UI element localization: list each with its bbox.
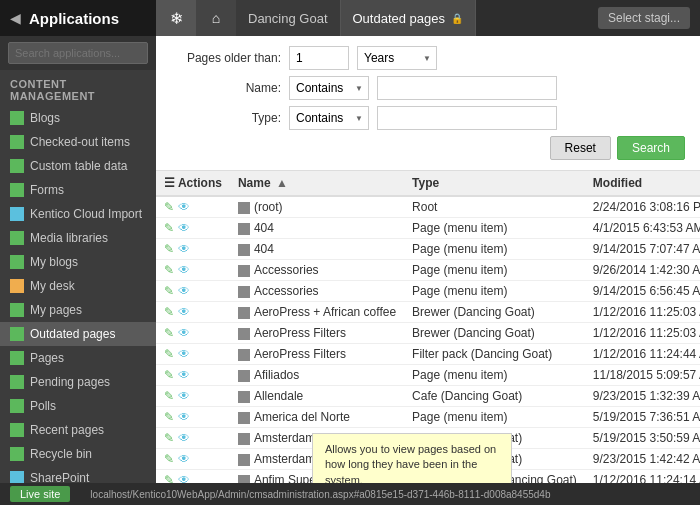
table-row: ✎ 👁 AeroPress FiltersBrewer (Dancing Goa… <box>156 323 700 344</box>
breadcrumb-outdated-pages[interactable]: Outdated pages 🔒 <box>341 0 477 36</box>
sidebar-item-media[interactable]: Media libraries <box>0 226 156 250</box>
filter-buttons: Reset Search <box>171 136 685 160</box>
select-staging-button[interactable]: Select stagi... <box>598 7 690 29</box>
row-name: Allendale <box>230 386 404 407</box>
view-icon[interactable]: 👁 <box>178 452 190 466</box>
sidebar-item-recent[interactable]: Recent pages <box>0 418 156 442</box>
view-icon[interactable]: 👁 <box>178 431 190 445</box>
view-icon[interactable]: 👁 <box>178 389 190 403</box>
type-operator-wrapper: Contains Equals Starts with <box>289 106 369 130</box>
edit-icon[interactable]: ✎ <box>164 410 174 424</box>
view-icon[interactable]: 👁 <box>178 305 190 319</box>
col-header-name[interactable]: Name ▲ <box>230 171 404 196</box>
breadcrumb-dancing-goat[interactable]: Dancing Goat <box>236 0 341 36</box>
edit-icon[interactable]: ✎ <box>164 431 174 445</box>
page-icon <box>238 370 250 382</box>
row-name: AeroPress Filters <box>230 323 404 344</box>
view-icon[interactable]: 👁 <box>178 368 190 382</box>
row-modified: 1/12/2016 11:25:03 AM <box>585 302 700 323</box>
row-modified: 5/19/2015 3:50:59 AM <box>585 428 700 449</box>
edit-icon[interactable]: ✎ <box>164 452 174 466</box>
type-operator-select[interactable]: Contains Equals Starts with <box>289 106 369 130</box>
edit-icon[interactable]: ✎ <box>164 347 174 361</box>
col-header-modified[interactable]: Modified <box>585 171 700 196</box>
row-actions: ✎ 👁 <box>156 470 230 484</box>
row-actions: ✎ 👁 <box>156 218 230 239</box>
sidebar-item-recycle[interactable]: Recycle bin <box>0 442 156 466</box>
years-select[interactable]: Years Months Days <box>357 46 437 70</box>
edit-icon[interactable]: ✎ <box>164 389 174 403</box>
row-modified: 9/14/2015 7:07:47 AM <box>585 239 700 260</box>
home-icon[interactable]: ⌂ <box>196 0 236 36</box>
row-actions: ✎ 👁 <box>156 239 230 260</box>
page-icon <box>238 475 250 483</box>
sidebar-item-blogs[interactable]: Blogs <box>0 106 156 130</box>
page-icon <box>238 307 250 319</box>
view-icon[interactable]: 👁 <box>178 410 190 424</box>
col-header-type[interactable]: Type <box>404 171 585 196</box>
row-name: AeroPress + African coffee <box>230 302 404 323</box>
search-button[interactable]: Search <box>617 136 685 160</box>
older-than-label: Pages older than: <box>171 51 281 65</box>
table-header-row: ☰ Actions Name ▲ Type Modified <box>156 171 700 196</box>
row-modified: 2/24/2016 3:08:16 PM <box>585 196 700 218</box>
edit-icon[interactable]: ✎ <box>164 263 174 277</box>
row-type: Page (menu item) <box>404 239 585 260</box>
sidebar-item-my-desk[interactable]: My desk <box>0 274 156 298</box>
older-than-input[interactable] <box>289 46 349 70</box>
sidebar-item-outdated-pages[interactable]: Outdated pages <box>0 322 156 346</box>
edit-icon[interactable]: ✎ <box>164 284 174 298</box>
edit-icon[interactable]: ✎ <box>164 221 174 235</box>
sidebar: Content management Blogs Checked-out ite… <box>0 36 156 483</box>
page-icon <box>238 202 250 214</box>
view-icon[interactable]: 👁 <box>178 263 190 277</box>
row-actions: ✎ 👁 <box>156 365 230 386</box>
row-actions: ✎ 👁 <box>156 449 230 470</box>
page-icon <box>238 454 250 466</box>
back-icon[interactable]: ◀ <box>10 10 21 26</box>
edit-icon[interactable]: ✎ <box>164 305 174 319</box>
table-row: ✎ 👁 AccessoriesPage (menu item)9/14/2015… <box>156 281 700 302</box>
page-icon <box>238 223 250 235</box>
sidebar-item-polls[interactable]: Polls <box>0 394 156 418</box>
view-icon[interactable]: 👁 <box>178 347 190 361</box>
sidebar-item-my-pages[interactable]: My pages <box>0 298 156 322</box>
edit-icon[interactable]: ✎ <box>164 326 174 340</box>
page-icon <box>238 433 250 445</box>
sidebar-item-pending[interactable]: Pending pages <box>0 370 156 394</box>
sidebar-item-custom-table[interactable]: Custom table data <box>0 154 156 178</box>
row-actions: ✎ 👁 <box>156 386 230 407</box>
sidebar-item-sharepoint[interactable]: SharePoint <box>0 466 156 483</box>
hamburger-icon: ☰ <box>164 176 175 190</box>
view-icon[interactable]: 👁 <box>178 473 190 483</box>
view-icon[interactable]: 👁 <box>178 242 190 256</box>
outdated-icon <box>10 327 24 341</box>
view-icon[interactable]: 👁 <box>178 284 190 298</box>
edit-icon[interactable]: ✎ <box>164 200 174 214</box>
name-value-input[interactable] <box>377 76 557 100</box>
media-icon <box>10 231 24 245</box>
sidebar-item-kentico-cloud[interactable]: Kentico Cloud Import <box>0 202 156 226</box>
edit-icon[interactable]: ✎ <box>164 473 174 483</box>
table-row: ✎ 👁 AccessoriesPage (menu item)9/26/2014… <box>156 260 700 281</box>
edit-icon[interactable]: ✎ <box>164 242 174 256</box>
type-value-input[interactable] <box>377 106 557 130</box>
sidebar-item-my-blogs[interactable]: My blogs <box>0 250 156 274</box>
live-site-button[interactable]: Live site <box>10 486 70 502</box>
top-bar-left: ◀ Applications <box>0 0 156 36</box>
page-icon <box>238 286 250 298</box>
snowflake-icon[interactable]: ❄ <box>156 0 196 36</box>
view-icon[interactable]: 👁 <box>178 221 190 235</box>
reset-button[interactable]: Reset <box>550 136 611 160</box>
row-modified: 11/18/2015 5:09:57 AM <box>585 365 700 386</box>
edit-icon[interactable]: ✎ <box>164 368 174 382</box>
search-input[interactable] <box>8 42 148 64</box>
row-type: Page (menu item) <box>404 218 585 239</box>
sidebar-item-checked-out[interactable]: Checked-out items <box>0 130 156 154</box>
sidebar-item-pages[interactable]: Pages <box>0 346 156 370</box>
row-modified: 5/19/2015 7:36:51 AM <box>585 407 700 428</box>
sidebar-item-forms[interactable]: Forms <box>0 178 156 202</box>
view-icon[interactable]: 👁 <box>178 326 190 340</box>
name-operator-select[interactable]: Contains Equals Starts with <box>289 76 369 100</box>
view-icon[interactable]: 👁 <box>178 200 190 214</box>
